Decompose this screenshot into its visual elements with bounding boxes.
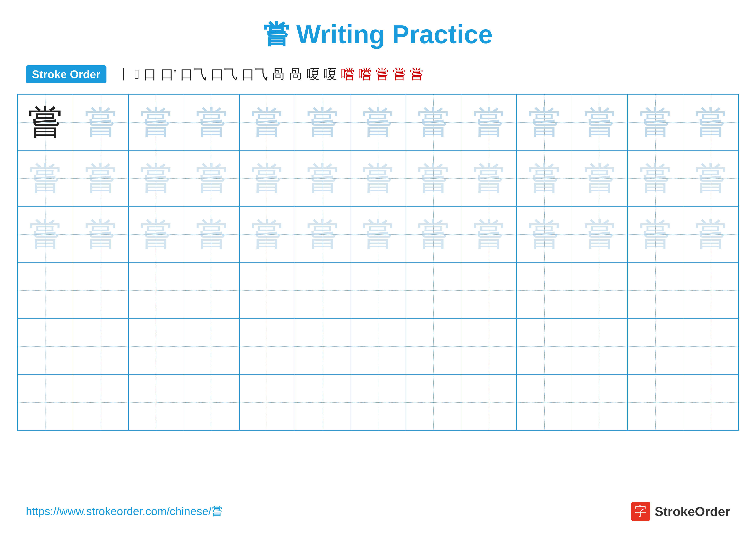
grid-cell-3-6[interactable]: 嘗 [295, 206, 350, 262]
grid-cell-6-3[interactable] [128, 374, 184, 430]
stroke-step-3: 口 [143, 65, 157, 83]
grid-cell-3-11[interactable]: 嘗 [572, 206, 628, 262]
grid-cell-2-10[interactable]: 嘗 [517, 150, 572, 206]
grid-cell-3-8[interactable]: 嘗 [406, 206, 461, 262]
grid-cell-5-10[interactable] [517, 318, 572, 374]
grid-cell-5-9[interactable] [461, 318, 517, 374]
grid-cell-3-4[interactable]: 嘗 [184, 206, 239, 262]
grid-cell-4-8[interactable] [406, 262, 461, 318]
grid-cell-1-3[interactable]: 嘗 [128, 94, 184, 150]
grid-cell-2-11[interactable]: 嘗 [572, 150, 628, 206]
grid-row-6 [17, 374, 739, 430]
grid-cell-5-12[interactable] [628, 318, 683, 374]
grid-cell-2-5[interactable]: 嘗 [239, 150, 295, 206]
footer: https://www.strokeorder.com/chinese/嘗 字 … [0, 502, 756, 521]
grid-cell-2-7[interactable]: 嘗 [350, 150, 406, 206]
stroke-step-13: 嚐 [358, 65, 371, 83]
grid-cell-6-9[interactable] [461, 374, 517, 430]
grid-cell-3-3[interactable]: 嘗 [128, 206, 184, 262]
grid-cell-1-13[interactable]: 嘗 [683, 94, 739, 150]
grid-cell-6-4[interactable] [184, 374, 239, 430]
grid-cell-4-2[interactable] [73, 262, 128, 318]
grid-cell-2-4[interactable]: 嘗 [184, 150, 239, 206]
char-faded2: 嘗 [473, 216, 505, 252]
grid-cell-1-6[interactable]: 嘗 [295, 94, 350, 150]
grid-cell-3-9[interactable]: 嘗 [461, 206, 517, 262]
grid-cell-3-13[interactable]: 嘗 [683, 206, 739, 262]
char-faded2: 嘗 [196, 161, 228, 196]
grid-cell-5-6[interactable] [295, 318, 350, 374]
grid-cell-6-10[interactable] [517, 374, 572, 430]
grid-cell-4-13[interactable] [683, 262, 739, 318]
grid-cell-3-12[interactable]: 嘗 [628, 206, 683, 262]
grid-cell-5-7[interactable] [350, 318, 406, 374]
grid-cell-6-7[interactable] [350, 374, 406, 430]
grid-cell-6-13[interactable] [683, 374, 739, 430]
grid-cell-6-11[interactable] [572, 374, 628, 430]
grid-cell-4-4[interactable] [184, 262, 239, 318]
char-faded2: 嘗 [29, 161, 62, 196]
grid-cell-3-10[interactable]: 嘗 [517, 206, 572, 262]
grid-cell-1-5[interactable]: 嘗 [239, 94, 295, 150]
grid-row-1: 嘗 嘗 嘗 嘗 嘗 嘗 嘗 嘗 嘗 嘗 嘗 嘗 嘗 [17, 94, 739, 150]
grid-cell-6-1[interactable] [17, 374, 73, 430]
char-faded: 嘗 [251, 105, 283, 140]
grid-cell-2-13[interactable]: 嘗 [683, 150, 739, 206]
grid-cell-2-12[interactable]: 嘗 [628, 150, 683, 206]
grid-cell-6-2[interactable] [73, 374, 128, 430]
grid-cell-2-8[interactable]: 嘗 [406, 150, 461, 206]
grid-cell-6-12[interactable] [628, 374, 683, 430]
grid-cell-4-11[interactable] [572, 262, 628, 318]
grid-cell-4-9[interactable] [461, 262, 517, 318]
stroke-step-4: 口' [161, 65, 176, 83]
grid-cell-4-5[interactable] [239, 262, 295, 318]
grid-cell-3-1[interactable]: 嘗 [17, 206, 73, 262]
grid-cell-1-11[interactable]: 嘗 [572, 94, 628, 150]
grid-cell-5-2[interactable] [73, 318, 128, 374]
grid-cell-2-2[interactable]: 嘗 [73, 150, 128, 206]
grid-cell-6-8[interactable] [406, 374, 461, 430]
grid-cell-1-9[interactable]: 嘗 [461, 94, 517, 150]
grid-cell-1-10[interactable]: 嘗 [517, 94, 572, 150]
char-faded: 嘗 [473, 105, 505, 140]
grid-cell-4-10[interactable] [517, 262, 572, 318]
grid-cell-4-6[interactable] [295, 262, 350, 318]
char-faded: 嘗 [307, 105, 339, 140]
grid-cell-4-3[interactable] [128, 262, 184, 318]
footer-logo-text: StrokeOrder [655, 504, 730, 519]
logo-char: 字 [635, 503, 647, 520]
grid-cell-5-1[interactable] [17, 318, 73, 374]
grid-cell-6-5[interactable] [239, 374, 295, 430]
grid-cell-3-5[interactable]: 嘗 [239, 206, 295, 262]
grid-cell-5-3[interactable] [128, 318, 184, 374]
grid-cell-5-13[interactable] [683, 318, 739, 374]
grid-cell-6-6[interactable] [295, 374, 350, 430]
grid-cell-1-12[interactable]: 嘗 [628, 94, 683, 150]
grid-cell-4-1[interactable] [17, 262, 73, 318]
grid-cell-2-9[interactable]: 嘗 [461, 150, 517, 206]
char-faded2: 嘗 [307, 216, 339, 252]
grid-cell-2-6[interactable]: 嘗 [295, 150, 350, 206]
grid-cell-3-7[interactable]: 嘗 [350, 206, 406, 262]
footer-url[interactable]: https://www.strokeorder.com/chinese/嘗 [26, 504, 223, 519]
grid-cell-1-8[interactable]: 嘗 [406, 94, 461, 150]
grid-cell-5-8[interactable] [406, 318, 461, 374]
stroke-step-2: 𠃌 [134, 67, 139, 82]
char-faded2: 嘗 [639, 216, 671, 252]
grid-cell-4-12[interactable] [628, 262, 683, 318]
grid-cell-2-1[interactable]: 嘗 [17, 150, 73, 206]
grid-cell-1-4[interactable]: 嘗 [184, 94, 239, 150]
char-faded: 嘗 [528, 105, 560, 140]
grid-cell-1-7[interactable]: 嘗 [350, 94, 406, 150]
grid-cell-5-4[interactable] [184, 318, 239, 374]
title-section: 嘗 Writing Practice [0, 0, 756, 61]
grid-cell-4-7[interactable] [350, 262, 406, 318]
grid-cell-1-2[interactable]: 嘗 [73, 94, 128, 150]
grid-cell-1-1[interactable]: 嘗 [17, 94, 73, 150]
stroke-order-section: Stroke Order 丨 𠃌 口 口' 口⺄ 口⺄ 口⺄ 咼 咼 嗄 嗄 嚐… [0, 61, 756, 88]
grid-cell-5-11[interactable] [572, 318, 628, 374]
grid-cell-2-3[interactable]: 嘗 [128, 150, 184, 206]
char-faded2: 嘗 [362, 216, 394, 252]
grid-cell-5-5[interactable] [239, 318, 295, 374]
grid-cell-3-2[interactable]: 嘗 [73, 206, 128, 262]
